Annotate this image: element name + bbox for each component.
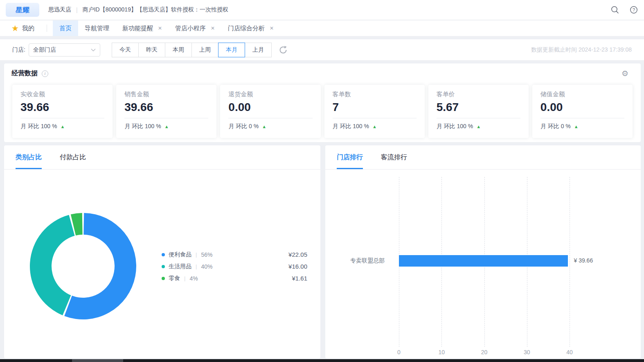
stat-card-row: 实收金额 39.66 月 环比 100 %▲ 销售金额 39.66 月 环比 1…	[12, 85, 633, 138]
svg-text:?: ?	[633, 7, 635, 12]
tab-store-analysis[interactable]: 门店综合分析 ✕	[221, 20, 280, 36]
legend-dot	[162, 253, 165, 256]
tab-label: 管店小程序	[175, 25, 206, 32]
store-label: 门店:	[12, 46, 25, 54]
bar-chart: 010203040专卖联盟总部¥ 39.66	[325, 170, 641, 358]
merchant-info: 商户ID【80000019】【思迅天店】软件授权：一次性授权	[83, 6, 228, 14]
divider	[47, 25, 47, 32]
legend-amount: ¥1.61	[292, 275, 307, 282]
gear-icon[interactable]: ⚙	[621, 70, 628, 77]
data-update-time: 数据更新截止时间 2024-12-23 17:39:08	[531, 46, 632, 54]
dashboard-page: 星耀 思迅天店 | 商户ID【80000019】【思迅天店】软件授权：一次性授权…	[0, 0, 644, 362]
info-icon[interactable]: i	[42, 70, 48, 77]
stat-card-sales-amount: 销售金额 39.66 月 环比 100 %▲	[116, 85, 216, 138]
stat-compare: 月 环比 100 %	[20, 123, 57, 130]
period-button-group: 今天 昨天 本周 上周 本月 上月	[112, 43, 272, 57]
app-name: 思迅天店	[48, 6, 71, 14]
period-this-week[interactable]: 本周	[165, 43, 192, 57]
store-ranking-panel: 门店排行 客流排行 010203040专卖联盟总部¥ 39.66	[325, 145, 641, 358]
tab-label: 导航管理	[85, 25, 109, 32]
stat-label: 实收金额	[20, 90, 104, 98]
stat-label: 储值金额	[540, 90, 624, 98]
period-last-month[interactable]: 上月	[245, 43, 272, 57]
stat-compare: 月 环比 0 %	[540, 123, 571, 130]
donut-chart	[27, 210, 139, 322]
stat-value: 5.67	[437, 101, 520, 114]
stat-card-stored-value: 储值金额 0.00 月 环比 0 %▲	[532, 85, 633, 138]
stat-compare: 月 环比 100 %	[333, 123, 369, 130]
tab-home[interactable]: 首页	[53, 20, 78, 36]
stat-card-refund-amount: 退货金额 0.00 月 环比 0 %▲	[220, 85, 320, 138]
stat-card-order-count: 客单数 7 月 环比 100 %▲	[324, 85, 425, 138]
divider: |	[196, 251, 197, 258]
stat-card-avg-order-value: 客单价 5.67 月 环比 100 %▲	[428, 85, 529, 138]
legend-percent: 40%	[201, 263, 212, 270]
trend-up-icon: ▲	[262, 124, 266, 129]
stat-card-received-amount: 实收金额 39.66 月 环比 100 %▲	[12, 85, 113, 138]
stat-value: 39.66	[20, 101, 104, 114]
period-today[interactable]: 今天	[112, 43, 139, 57]
legend-percent: 4%	[189, 275, 198, 282]
bar-value-label: ¥ 39.66	[574, 257, 593, 264]
divider	[540, 118, 624, 118]
favorites-button[interactable]: ★ 我的	[0, 20, 41, 36]
stat-label: 客单价	[437, 90, 520, 98]
stat-value: 7	[333, 101, 417, 114]
stat-value: 39.66	[124, 101, 208, 114]
tab-label: 首页	[59, 25, 72, 32]
business-data-section: 经营数据 i ⚙ 实收金额 39.66 月 环比 100 %▲ 销售金额 39.…	[4, 63, 641, 142]
stat-compare: 月 环比 0 %	[228, 123, 259, 130]
period-last-week[interactable]: 上周	[191, 43, 218, 57]
period-yesterday[interactable]: 昨天	[138, 43, 165, 57]
scrollbar-thumb[interactable]	[72, 359, 123, 362]
period-this-month[interactable]: 本月	[218, 43, 245, 57]
tab-label: 门店综合分析	[228, 25, 265, 32]
divider	[333, 118, 417, 118]
tab-new-feature[interactable]: 新功能提醒 ✕	[116, 20, 169, 36]
gridline	[570, 177, 570, 347]
search-icon[interactable]	[610, 5, 619, 14]
star-icon: ★	[11, 24, 19, 32]
app-logo[interactable]: 星耀	[6, 3, 39, 17]
tab-mini-program[interactable]: 管店小程序 ✕	[169, 20, 221, 36]
x-tick-label: 40	[566, 349, 573, 355]
refresh-icon[interactable]	[278, 45, 288, 55]
stat-value: 0.00	[540, 101, 624, 114]
divider	[228, 118, 312, 118]
tab-nav-management[interactable]: 导航管理	[78, 20, 116, 36]
tab-category-share[interactable]: 类别占比	[16, 145, 42, 169]
bar-0[interactable]	[399, 255, 568, 267]
tab-payment-share[interactable]: 付款占比	[60, 145, 86, 169]
trend-up-icon: ▲	[476, 124, 481, 129]
trend-up-icon: ▲	[574, 124, 579, 129]
x-tick-label: 0	[397, 349, 401, 355]
tab-traffic-ranking[interactable]: 客流排行	[381, 145, 407, 169]
tab-store-ranking[interactable]: 门店排行	[337, 145, 363, 169]
legend-name: 生活用品	[169, 263, 191, 270]
trend-up-icon: ▲	[164, 124, 169, 129]
divider	[437, 118, 520, 118]
divider	[124, 118, 208, 118]
bar-category-label: 专卖联盟总部	[325, 257, 385, 265]
store-select[interactable]: 全部门店	[29, 43, 100, 57]
category-share-panel: 类别占比 付款占比 便利食品 | 56% ¥22.05 生活用品 | 40% ¥…	[4, 145, 320, 358]
legend-amount: ¥16.00	[288, 263, 307, 270]
tab-bar: ★ 我的 首页 导航管理 新功能提醒 ✕ 管店小程序 ✕ 门店综合分析 ✕	[0, 20, 644, 36]
help-icon[interactable]: ?	[629, 5, 638, 14]
divider: |	[76, 7, 78, 13]
chevron-down-icon	[91, 48, 96, 52]
donut-legend: 便利食品 | 56% ¥22.05 生活用品 | 40% ¥16.00 零食 |…	[162, 249, 307, 284]
divider: |	[184, 275, 185, 281]
legend-dot	[162, 277, 165, 280]
tab-close-icon[interactable]: ✕	[270, 25, 274, 31]
tab-close-icon[interactable]: ✕	[211, 25, 215, 31]
legend-item: 生活用品 | 40% ¥16.00	[162, 260, 307, 272]
tab-close-icon[interactable]: ✕	[158, 25, 162, 31]
stat-value: 0.00	[228, 101, 312, 114]
section-title: 经营数据	[11, 69, 38, 78]
donut-slice-1[interactable]	[30, 215, 75, 315]
tab-label: 新功能提醒	[122, 25, 153, 32]
filter-bar: 门店: 全部门店 今天 昨天 本周 上周 本月 上月 数据更新截止时间 2024…	[0, 39, 644, 60]
x-tick-label: 30	[524, 349, 530, 355]
top-bar: 星耀 思迅天店 | 商户ID【80000019】【思迅天店】软件授权：一次性授权…	[0, 0, 644, 20]
